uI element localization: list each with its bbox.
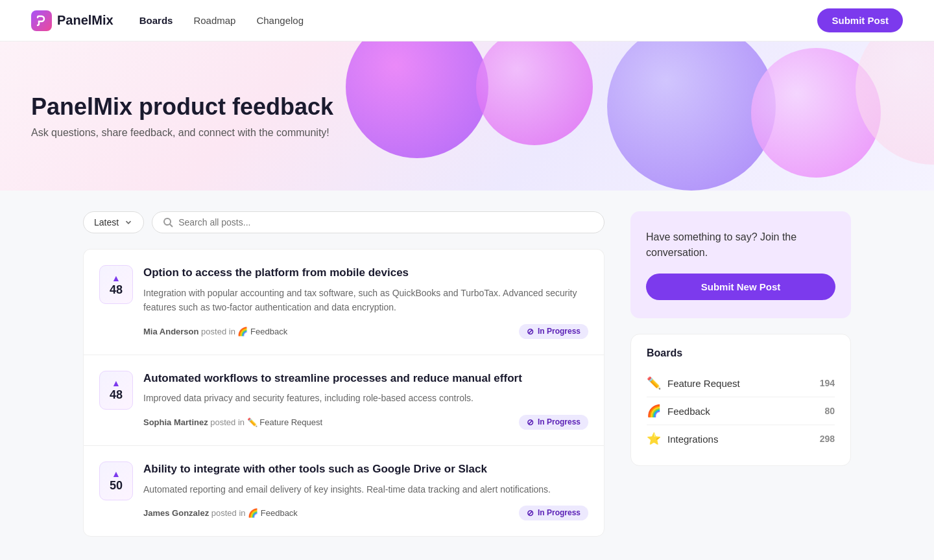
svg-line-1 [170,224,173,227]
upvote-icon: ▲ [112,273,121,283]
hero-title: PanelMix product feedback [31,93,333,121]
boards-list: ✏️ Feature Request 194 🌈 Feedback 80 ⭐ I… [647,369,835,452]
post-author: Mia Anderson [143,327,198,336]
post-author: James Gonzalez [143,508,209,518]
post-card: ▲ 48 Option to access the platform from … [83,249,605,355]
board-item-left: ✏️ Feature Request [647,376,740,390]
logo-text: PanelMix [57,13,114,28]
decoration-ball-2 [476,41,593,145]
hero-decoration [280,41,934,191]
board-label: Integrations [667,434,718,445]
board-item[interactable]: ⭐ Integrations 298 [647,425,835,452]
post-board-emoji: 🌈 [248,508,258,518]
upvote-icon: ▲ [112,378,121,388]
nav-link-changelog[interactable]: Changelog [256,15,304,26]
vote-box[interactable]: ▲ 50 [99,461,133,500]
post-content: Automated workflows to streamline proces… [143,371,588,430]
board-emoji: 🌈 [647,404,661,418]
svg-point-0 [164,218,171,225]
hero-text: PanelMix product feedback Ask questions,… [31,93,333,139]
status-icon: ⊘ [527,508,534,518]
nav-links: Boards Roadmap Changelog [139,15,304,26]
chevron-down-icon [124,218,133,227]
status-badge: ⊘ In Progress [519,415,588,430]
main-content: Latest ▲ 48 Option to access the platfor [52,191,882,557]
post-meta: Mia Anderson posted in 🌈 Feedback ⊘ In P… [143,324,588,339]
post-content: Ability to integrate with other tools su… [143,461,588,520]
board-item-left: 🌈 Feedback [647,404,710,418]
vote-count: 50 [110,479,123,493]
post-author-board: Mia Anderson posted in 🌈 Feedback [143,327,287,336]
upvote-icon: ▲ [112,469,121,479]
hero-section: PanelMix product feedback Ask questions,… [0,41,934,191]
board-label: Feature Request [667,378,740,389]
nav-link-boards[interactable]: Boards [139,15,173,26]
board-item[interactable]: 🌈 Feedback 80 [647,397,835,425]
post-board-emoji: 🌈 [237,327,248,336]
logo[interactable]: PanelMix [31,10,114,31]
decoration-ball-1 [346,41,488,158]
boards-section: Boards ✏️ Feature Request 194 🌈 Feedback… [630,334,851,466]
board-label: Feedback [667,406,710,417]
sort-label: Latest [94,217,119,228]
status-label: In Progress [538,417,581,426]
status-label: In Progress [538,508,581,517]
submit-post-button[interactable]: Submit Post [817,8,903,32]
board-count: 194 [820,378,835,388]
post-board-name: Feature Request [259,417,322,427]
logo-icon [31,10,52,31]
post-author-board: James Gonzalez posted in 🌈 Feedback [143,508,298,518]
nav-link-roadmap[interactable]: Roadmap [193,15,235,26]
boards-section-title: Boards [647,347,835,359]
status-badge: ⊘ In Progress [519,324,588,339]
status-icon: ⊘ [527,327,534,336]
post-description: Improved data privacy and security featu… [143,391,588,405]
nav-left: PanelMix Boards Roadmap Changelog [31,10,304,31]
filter-bar: Latest [83,211,605,233]
board-emoji: ⭐ [647,432,661,446]
post-content: Option to access the platform from mobil… [143,265,588,339]
post-title: Automated workflows to streamline proces… [143,371,588,386]
vote-box[interactable]: ▲ 48 [99,265,133,304]
post-meta: James Gonzalez posted in 🌈 Feedback ⊘ In… [143,506,588,520]
post-title: Ability to integrate with other tools su… [143,461,588,477]
board-count: 298 [820,434,835,444]
post-board-name: Feedback [250,327,287,336]
post-description: Automated reporting and email delivery o… [143,482,588,496]
submit-new-post-button[interactable]: Submit New Post [646,274,835,300]
post-card: ▲ 50 Ability to integrate with other too… [83,445,605,537]
sidebar: Have something to say? Join the conversa… [630,211,851,537]
search-icon [163,217,173,228]
vote-count: 48 [110,283,123,297]
posts-list: ▲ 48 Option to access the platform from … [83,249,605,537]
post-author-board: Sophia Martinez posted in ✏️ Feature Req… [143,417,322,427]
post-card: ▲ 48 Automated workflows to streamline p… [83,355,605,445]
cta-text: Have something to say? Join the conversa… [646,229,835,261]
vote-box[interactable]: ▲ 48 [99,371,133,410]
status-badge: ⊘ In Progress [519,506,588,520]
status-label: In Progress [538,327,581,336]
decoration-ball-3 [607,41,776,191]
board-item[interactable]: ✏️ Feature Request 194 [647,369,835,397]
navbar: PanelMix Boards Roadmap Changelog Submit… [0,0,934,41]
search-input[interactable] [178,217,593,228]
post-meta: Sophia Martinez posted in ✏️ Feature Req… [143,415,588,430]
post-description: Integration with popular accounting and … [143,286,588,315]
board-emoji: ✏️ [647,376,661,390]
post-board-emoji: ✏️ [247,417,257,427]
board-count: 80 [824,406,835,416]
post-title: Option to access the platform from mobil… [143,265,588,281]
hero-subtitle: Ask questions, share feedback, and conne… [31,127,333,139]
post-board-name: Feedback [261,508,298,518]
sort-dropdown[interactable]: Latest [83,211,144,233]
status-icon: ⊘ [527,417,534,427]
sidebar-cta: Have something to say? Join the conversa… [630,211,851,318]
posts-column: Latest ▲ 48 Option to access the platfor [83,211,605,537]
vote-count: 48 [110,388,123,402]
search-box [152,211,605,233]
board-item-left: ⭐ Integrations [647,432,718,446]
post-author: Sophia Martinez [143,417,208,427]
